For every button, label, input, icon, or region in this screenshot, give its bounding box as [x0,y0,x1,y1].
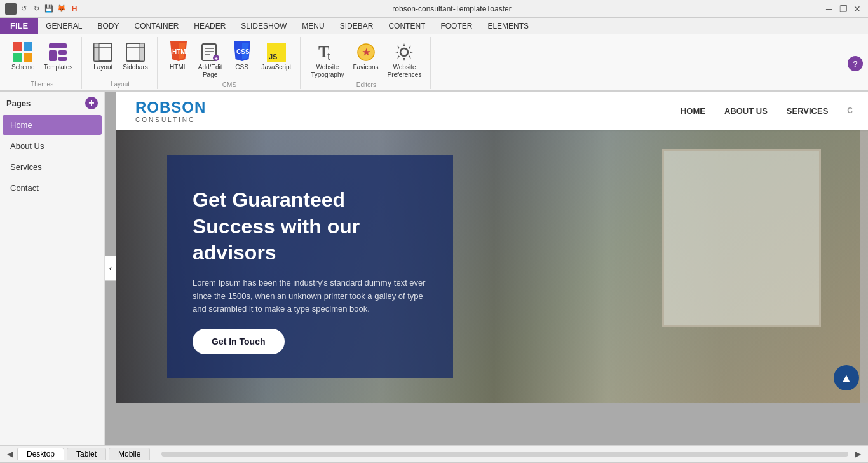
templates-button[interactable]: Templates [40,39,77,74]
ribbon-group-items-themes: Scheme Templates [8,38,76,81]
hero-title: Get Guaranteed Success with our advisors [193,187,428,266]
editors-group-label: Editors [356,81,376,90]
toolbar-icons: T ↺ ↻ 💾 🦊 H [5,3,80,15]
scheme-button[interactable]: Scheme [8,39,39,74]
cms-group-label: CMS [222,81,236,90]
nav-services[interactable]: SERVICES [787,106,829,116]
website-preview: ROBSON CONSULTING HOME ABOUT US SERVICES… [116,92,868,403]
svg-rect-3 [58,57,67,61]
menu-sidebar[interactable]: SIDEBAR [332,18,381,34]
typography-icon: T t [317,42,337,62]
layout-button[interactable]: Layout [88,39,118,74]
minimize-button[interactable]: ─ [824,3,835,15]
nav-about[interactable]: ABOUT US [724,106,768,116]
css-label: CSS [235,64,248,71]
sidebars-button[interactable]: Sidebars [119,39,151,74]
menu-general[interactable]: GENERAL [38,18,90,34]
menu-bar: FILE GENERAL BODY CONTAINER HEADER SLIDE… [0,18,868,34]
svg-rect-1 [49,50,57,61]
menu-slideshow[interactable]: SLIDESHOW [233,18,294,34]
sidebar-item-home[interactable]: Home [3,115,102,135]
sidebar-item-services[interactable]: Services [3,157,102,177]
undo-icon[interactable]: ↺ [18,3,29,15]
addedit-button[interactable]: + Add/Edit Page [194,39,226,81]
sidebar-toggle-button[interactable]: ‹ [105,256,116,281]
close-button[interactable]: ✕ [851,3,863,15]
hero-overlay: Get Guaranteed Success with our advisors… [167,155,453,378]
menu-footer[interactable]: FOOTER [433,18,480,34]
svg-text:+: + [214,55,217,62]
sidebar-item-about[interactable]: About Us [3,136,102,156]
svg-rect-8 [140,43,144,61]
preferences-icon [394,42,414,62]
menu-menu[interactable]: MENU [294,18,332,34]
restore-button[interactable]: ❐ [837,3,849,15]
ribbon-group-cms: HTML HTML + Add/Edit Page [159,37,301,89]
nav-partial: C [847,106,853,116]
favicons-button[interactable]: ★ Favicons [349,39,383,74]
menu-body[interactable]: BODY [90,18,127,34]
logo-text: ROBSON [135,99,206,116]
scroll-right-arrow[interactable]: ▶ [853,450,863,459]
js-label: JavaScript [262,64,292,71]
desktop-tab[interactable]: Desktop [17,448,64,460]
nav-home[interactable]: HOME [681,106,705,116]
website-preview-container: ROBSON CONSULTING HOME ABOUT US SERVICES… [105,92,868,403]
scheme-icon [13,42,33,62]
preview-logo: ROBSON CONSULTING [135,99,206,123]
add-page-button[interactable]: + [85,97,98,109]
typography-button[interactable]: T t Website Typography [307,39,348,81]
menu-container[interactable]: CONTAINER [127,18,187,34]
ribbon: Scheme Templates Themes [0,34,868,92]
pages-sidebar: Pages + Home About Us Services Contact [0,92,105,445]
file-menu[interactable]: FILE [0,18,38,34]
javascript-button[interactable]: JS JavaScript [258,39,295,74]
ribbon-group-layout: Layout Sidebars Layout [83,37,157,89]
horizontal-scrollbar [159,452,851,457]
layout-icon [93,42,113,62]
typography-label: Website Typography [311,64,344,79]
menu-header[interactable]: HEADER [186,18,233,34]
html5-icon[interactable]: H [69,3,80,15]
title-bar-left: T ↺ ↻ 💾 🦊 H [5,3,80,15]
menu-content[interactable]: CONTENT [381,18,433,34]
hero-cta-button[interactable]: Get In Touch [193,329,285,354]
svg-point-28 [400,48,408,56]
preferences-button[interactable]: Website Preferences [384,39,426,81]
svg-text:★: ★ [362,47,370,57]
bottom-bar: ◀ Desktop Tablet Mobile ▶ [0,445,868,462]
themes-group-label: Themes [31,81,53,89]
layout-group-label: Layout [111,81,130,89]
ribbon-group-items-editors: T t Website Typography ★ Favicons [307,38,425,81]
html-button[interactable]: HTML HTML [164,39,193,74]
pages-title: Pages [6,99,31,108]
firefox-icon[interactable]: 🦊 [56,3,67,15]
window-title: robson-consultant-TemplateToaster [80,4,824,13]
sidebar-item-contact[interactable]: Contact [3,178,102,198]
preview-nav-links: HOME ABOUT US SERVICES C [681,106,853,116]
tablet-tab[interactable]: Tablet [67,448,106,460]
addedit-label: Add/Edit Page [198,64,222,79]
help-button[interactable]: ? [848,56,863,71]
css-icon: CSS [232,42,252,62]
html-label: HTML [170,64,187,71]
scheme-label: Scheme [11,64,35,71]
mobile-tab[interactable]: Mobile [109,448,150,460]
js-icon: JS [266,42,287,62]
menu-elements[interactable]: ELEMENTS [480,18,536,34]
redo-icon[interactable]: ↻ [31,3,42,15]
templates-label: Templates [44,64,73,71]
svg-text:CSS: CSS [236,48,250,55]
save-icon[interactable]: 💾 [43,3,55,15]
css-button[interactable]: CSS CSS [227,39,257,74]
hero-section: Get Guaranteed Success with our advisors… [116,130,868,403]
scroll-top-button[interactable]: ▲ [834,365,859,390]
preview-nav: ROBSON CONSULTING HOME ABOUT US SERVICES… [116,92,868,130]
preferences-label: Website Preferences [388,64,422,79]
h-scroll-track[interactable] [161,452,848,457]
ribbon-group-themes: Scheme Templates Themes [3,37,82,89]
layout-label: Layout [93,64,112,71]
sidebars-icon [125,42,146,62]
scroll-left-arrow[interactable]: ◀ [5,450,15,459]
html5-ribbon-icon: HTML [168,42,189,62]
